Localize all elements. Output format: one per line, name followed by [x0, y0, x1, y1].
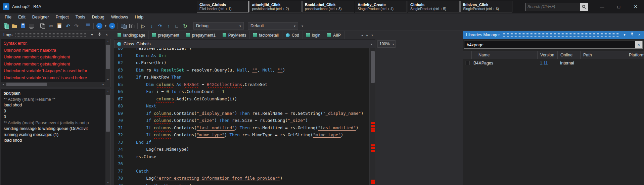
code-line[interactable]: 79Log(LastException) — [114, 182, 369, 185]
resume-icon[interactable]: ↻ — [181, 22, 189, 30]
editor-tab[interactable]: factordetail — [250, 31, 282, 39]
cut-icon[interactable]: ✂ — [47, 22, 55, 30]
code-line[interactable]: 72If columns.Contains("mime_type") Then … — [114, 131, 369, 139]
open-project-icon[interactable] — [10, 22, 19, 30]
maximize-button[interactable]: □ — [610, 0, 627, 13]
designer-screens-icon[interactable] — [128, 22, 136, 30]
editor-tab[interactable]: landingpage — [114, 31, 149, 39]
current-sub-select[interactable]: Class_Globals ▾ — [114, 40, 375, 48]
stop-icon[interactable]: □ — [173, 22, 181, 30]
code-line[interactable]: 78Log("error extracting information from… — [114, 175, 369, 182]
code-line[interactable]: 74Log(res.MimeType) — [114, 146, 369, 153]
dock-position-icon[interactable]: ▾ — [622, 32, 627, 38]
scrollbar-vertical[interactable]: ▴ ▾ — [105, 89, 110, 185]
tab-scroll-right-icon[interactable]: ▸ — [365, 34, 369, 37]
tab-list-icon[interactable]: ▾ — [370, 34, 374, 37]
tab-scroll-left-icon[interactable]: ◂ — [360, 34, 364, 37]
code-line[interactable]: 67columns.Add(rs.GetColumnName(i)) — [114, 95, 369, 103]
run-icon[interactable]: ▷ — [139, 22, 147, 30]
code-line[interactable]: 65Dim columns As B4XSet = B4XCollections… — [114, 81, 369, 88]
menu-item[interactable]: Help — [131, 15, 147, 19]
modules-icon[interactable] — [119, 22, 128, 30]
quicknav-tab[interactable]: BackLabel_Click poshtibanichat (ctrl + 3… — [302, 1, 354, 12]
redo-icon[interactable]: ↷ — [72, 22, 81, 30]
dock-position-icon[interactable]: ▾ — [89, 32, 95, 38]
paste-icon[interactable] — [55, 22, 64, 30]
back-history-icon[interactable]: ▾ — [103, 22, 108, 30]
library-search-input[interactable] — [464, 42, 635, 47]
quicknav-tab[interactable]: Globals SingleProduct (ctrl + 5) — [408, 1, 460, 12]
clear-search-icon[interactable]: × — [635, 41, 642, 48]
scrollbar-horizontal[interactable]: ◂ ▸ — [1, 82, 105, 87]
pin-icon[interactable] — [629, 32, 635, 38]
zoom-select[interactable]: 100% ▾ — [377, 40, 396, 48]
navigate-forward-icon[interactable]: → — [108, 22, 116, 30]
quicknav-tab[interactable]: Activity_Create SingleProduct (ctrl + 4) — [355, 1, 407, 12]
menu-item[interactable]: File — [1, 15, 15, 19]
scrollbar-thumb[interactable] — [371, 51, 375, 83]
navigate-back-icon[interactable]: ← — [95, 22, 103, 30]
scroll-right-icon[interactable]: ▸ — [101, 82, 105, 87]
menu-item[interactable]: Windows — [108, 15, 132, 19]
editor-tab[interactable]: login — [303, 31, 324, 39]
build-config-select[interactable]: Default ▾ — [248, 22, 298, 30]
minimize-button[interactable]: — — [594, 0, 610, 13]
pin-icon[interactable] — [97, 32, 102, 38]
copy-icon[interactable] — [39, 22, 47, 30]
scrollbar-thumb[interactable] — [106, 45, 110, 69]
code-line[interactable]: 76 — [114, 160, 369, 168]
code-line[interactable]: 69If columns.Contains("_display_name") T… — [114, 110, 369, 117]
build-mode-select[interactable]: Debug ▾ — [193, 22, 244, 30]
designer-icon[interactable] — [27, 22, 36, 30]
close-icon[interactable]: × — [104, 32, 109, 38]
scroll-up-icon[interactable]: ▴ — [105, 89, 110, 94]
save-all-icon[interactable] — [19, 22, 27, 30]
scrollbar-thumb[interactable] — [106, 95, 110, 132]
library-checkbox[interactable] — [465, 61, 469, 65]
code-line[interactable]: 62u.Parse(Uri) — [114, 59, 369, 66]
toolbar-overflow-icon[interactable]: ▾ — [302, 24, 303, 28]
code-editor[interactable]: 60resolver.Initialize( )61Dim u As Uri62… — [114, 48, 375, 185]
code-line[interactable]: 63Dim rs As ResultSet = resolver.Query(u… — [114, 66, 369, 74]
code-view[interactable]: 60resolver.Initialize( )61Dim u As Uri62… — [114, 48, 369, 185]
scroll-down-icon[interactable]: ▾ — [105, 180, 110, 185]
close-button[interactable]: × — [627, 0, 644, 13]
editor-scrollbar[interactable] — [369, 48, 375, 185]
scrollbar-thumb[interactable] — [6, 83, 47, 86]
code-line[interactable]: 73End If — [114, 139, 369, 146]
scroll-down-icon[interactable]: ▾ — [105, 78, 110, 82]
editor-tab[interactable]: Cod — [282, 31, 303, 39]
search-input[interactable] — [525, 4, 580, 9]
code-line[interactable]: 61Dim u As Uri — [114, 52, 369, 59]
menu-item[interactable]: Edit — [15, 15, 29, 19]
scroll-up-icon[interactable]: ▴ — [105, 39, 110, 44]
code-line[interactable]: 66For i = 0 To rs.ColumnCount - 1 — [114, 88, 369, 95]
menu-item[interactable]: Project — [52, 15, 72, 19]
step-over-icon[interactable]: ↷ — [156, 22, 164, 30]
code-line[interactable]: 77Catch — [114, 168, 369, 175]
bookmark-icon[interactable] — [84, 22, 92, 30]
code-line[interactable]: 71If columns.Contains("last_modified") T… — [114, 124, 369, 132]
menu-item[interactable]: Designer — [29, 15, 52, 19]
quicknav-tab[interactable]: Class_Globals FileHandler (ctrl + 1) — [197, 1, 249, 12]
editor-tab[interactable]: AIIP — [324, 31, 344, 39]
scrollbar-vertical[interactable]: ▴ ▾ — [105, 39, 110, 82]
new-file-icon[interactable] — [2, 22, 10, 30]
library-row[interactable]: B4XPages 1.11 Internal — [463, 59, 644, 67]
quicknav-tab[interactable]: lblsizes_Click SingleProduct (ctrl + 6) — [460, 1, 512, 12]
code-line[interactable]: 75rs.Close — [114, 153, 369, 160]
code-line[interactable]: 70If columns.Contains("_size") Then res.… — [114, 117, 369, 124]
menu-item[interactable]: Tools — [72, 15, 89, 19]
search-icon[interactable] — [580, 3, 588, 11]
editor-tab[interactable]: prepayment1 — [183, 31, 219, 39]
undo-icon[interactable]: ↶ — [64, 22, 72, 30]
code-line[interactable]: 60resolver.Initialize( ) — [114, 48, 369, 52]
scroll-left-icon[interactable]: ◂ — [1, 82, 5, 87]
code-line[interactable]: 64If rs.NextRow Then — [114, 74, 369, 81]
editor-tab[interactable]: PayMents — [219, 31, 250, 39]
code-line[interactable]: 68Next — [114, 102, 369, 110]
quicknav-tab[interactable]: attachjlbl_Click poshtibanichat (ctrl + … — [249, 1, 302, 12]
close-icon[interactable]: × — [637, 32, 642, 38]
step-out-icon[interactable]: ↑ — [164, 22, 173, 30]
menu-item[interactable]: Debug — [89, 15, 108, 19]
